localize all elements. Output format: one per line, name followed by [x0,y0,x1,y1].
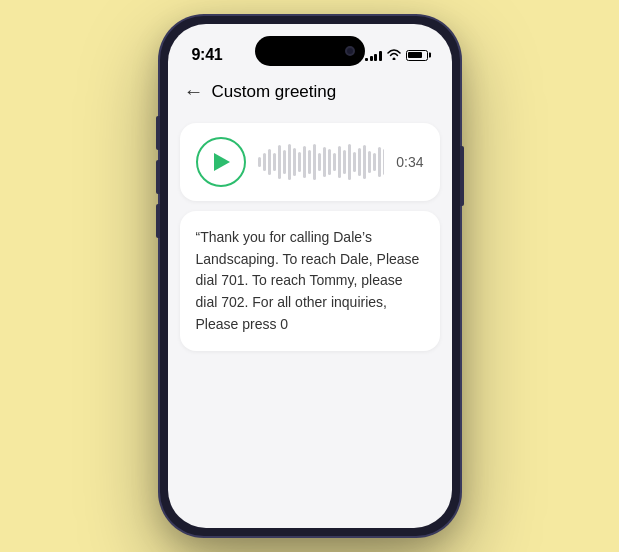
battery-icon [406,50,428,61]
camera-dot [345,46,355,56]
transcript-card: “Thank you for calling Dale’s Landscapin… [180,211,440,351]
waveform [258,142,385,182]
phone-screen: 9:41 [168,24,452,528]
content-area: 0:34 “Thank you for calling Dale’s Lands… [168,115,452,359]
dynamic-island [255,36,365,66]
page-title: Custom greeting [212,82,337,102]
status-icons [365,49,428,62]
phone-frame: 9:41 [160,16,460,536]
play-button[interactable] [196,137,246,187]
signal-icon [365,49,382,61]
audio-duration: 0:34 [396,154,423,170]
wifi-icon [387,49,401,62]
play-icon [214,153,230,171]
back-button[interactable]: ← [184,80,204,103]
nav-bar: ← Custom greeting [168,76,452,115]
status-time: 9:41 [192,46,223,64]
audio-player-card: 0:34 [180,123,440,201]
transcript-text: “Thank you for calling Dale’s Landscapin… [196,227,424,335]
phone-wrapper: 9:41 [160,16,460,536]
